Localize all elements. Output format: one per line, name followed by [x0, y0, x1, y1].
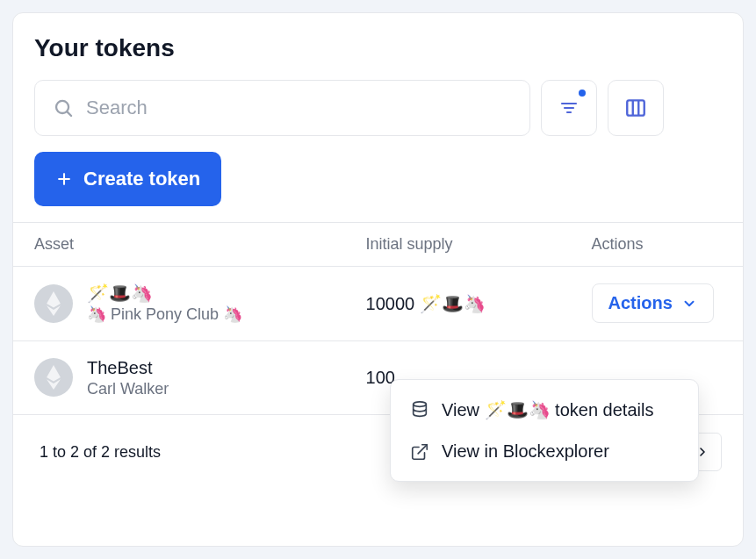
page-title: Your tokens	[34, 34, 722, 62]
asset-subtitle: Carl Walker	[87, 379, 169, 399]
asset-cell: TheBest Carl Walker	[34, 357, 324, 399]
create-token-button[interactable]: Create token	[34, 152, 221, 206]
search-field-wrap[interactable]	[34, 80, 530, 136]
asset-name: TheBest	[87, 357, 169, 379]
filter-indicator-dot	[579, 90, 586, 97]
ethereum-icon	[34, 284, 73, 323]
svg-rect-5	[627, 100, 644, 115]
controls-row	[34, 80, 722, 136]
svg-point-10	[414, 402, 427, 407]
card-header: Your tokens Create token	[13, 13, 743, 222]
create-token-label: Create token	[83, 168, 200, 190]
column-asset: Asset	[13, 223, 345, 267]
actions-button-label: Actions	[608, 293, 673, 313]
plus-icon	[55, 170, 73, 188]
chevron-down-icon	[681, 296, 697, 312]
asset-name: 🪄🎩🦄	[87, 283, 242, 305]
table-row: 🪄🎩🦄 🦄 Pink Pony Club 🦄 10000 🪄🎩🦄 Actions	[13, 267, 743, 341]
initial-supply-value: 10000 🪄🎩🦄	[366, 294, 486, 313]
search-input[interactable]	[86, 97, 512, 119]
svg-line-1	[68, 112, 71, 116]
columns-icon	[624, 97, 647, 119]
actions-popover: View 🪄🎩🦄 token details View in Blockexpl…	[390, 379, 699, 482]
tokens-card: Your tokens Create token Asset Initial s…	[12, 12, 744, 547]
view-explorer-label: View in Blockexplorer	[442, 441, 609, 462]
view-token-details-item[interactable]: View 🪄🎩🦄 token details	[391, 389, 698, 431]
svg-line-11	[418, 444, 427, 453]
ethereum-icon	[34, 358, 73, 397]
external-link-icon	[410, 442, 429, 462]
filter-icon	[558, 97, 580, 118]
asset-cell: 🪄🎩🦄 🦄 Pink Pony Club 🦄	[34, 283, 324, 325]
results-summary: 1 to 2 of 2 results	[40, 443, 161, 462]
row-actions-button[interactable]: Actions	[592, 283, 714, 323]
database-icon	[410, 400, 429, 419]
search-icon	[53, 97, 74, 119]
column-initial-supply: Initial supply	[345, 223, 571, 267]
columns-button[interactable]	[608, 80, 664, 136]
column-actions: Actions	[571, 223, 744, 267]
filter-button[interactable]	[541, 80, 597, 136]
asset-subtitle: 🦄 Pink Pony Club 🦄	[87, 305, 242, 325]
view-details-label: View 🪄🎩🦄 token details	[442, 399, 653, 420]
view-in-blockexplorer-item[interactable]: View in Blockexplorer	[391, 431, 698, 472]
